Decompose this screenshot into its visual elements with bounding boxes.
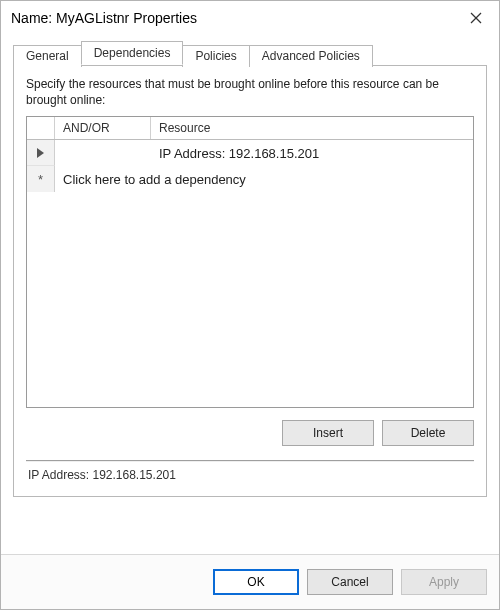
tab-advanced-policies[interactable]: Advanced Policies: [249, 45, 373, 67]
tab-general[interactable]: General: [13, 45, 82, 67]
close-icon: [470, 12, 482, 24]
row-selector[interactable]: [27, 140, 55, 166]
row-selector-new[interactable]: *: [27, 166, 55, 192]
grid-rows: IP Address: 192.168.15.201 * Click here …: [27, 140, 473, 407]
cell-resource[interactable]: IP Address: 192.168.15.201: [151, 140, 473, 166]
grid-header-row: AND/OR Resource: [27, 117, 473, 140]
tab-dependencies[interactable]: Dependencies: [81, 41, 184, 65]
grid-new-row[interactable]: * Click here to add a dependency: [27, 166, 473, 192]
spacer: [13, 497, 487, 554]
new-row-icon: *: [38, 173, 43, 186]
dependency-summary: IP Address: 192.168.15.201: [26, 462, 474, 484]
delete-button[interactable]: Delete: [382, 420, 474, 446]
grid-row[interactable]: IP Address: 192.168.15.201: [27, 140, 473, 166]
instruction-text: Specify the resources that must be broug…: [26, 76, 474, 108]
current-row-icon: [37, 148, 44, 158]
tab-strip: General Dependencies Policies Advanced P…: [13, 41, 487, 65]
properties-dialog: Name: MyAGListnr Properties General Depe…: [0, 0, 500, 610]
title-bar: Name: MyAGListnr Properties: [1, 1, 499, 35]
grid-header-resource[interactable]: Resource: [151, 117, 473, 139]
dependencies-panel: Specify the resources that must be broug…: [13, 65, 487, 497]
new-row-placeholder[interactable]: Click here to add a dependency: [55, 166, 473, 192]
close-button[interactable]: [453, 1, 499, 35]
cancel-button[interactable]: Cancel: [307, 569, 393, 595]
grid-header-rowselector: [27, 117, 55, 139]
grid-header-andor[interactable]: AND/OR: [55, 117, 151, 139]
window-title: Name: MyAGListnr Properties: [11, 10, 197, 26]
ok-button[interactable]: OK: [213, 569, 299, 595]
dialog-button-bar: OK Cancel Apply: [1, 554, 499, 609]
tab-policies[interactable]: Policies: [182, 45, 249, 67]
grid-button-row: Insert Delete: [26, 420, 474, 446]
cell-andor[interactable]: [55, 140, 151, 166]
dependencies-grid[interactable]: AND/OR Resource IP Address: 192.168.15.2…: [26, 116, 474, 408]
apply-button[interactable]: Apply: [401, 569, 487, 595]
insert-button[interactable]: Insert: [282, 420, 374, 446]
dialog-body: General Dependencies Policies Advanced P…: [1, 35, 499, 554]
